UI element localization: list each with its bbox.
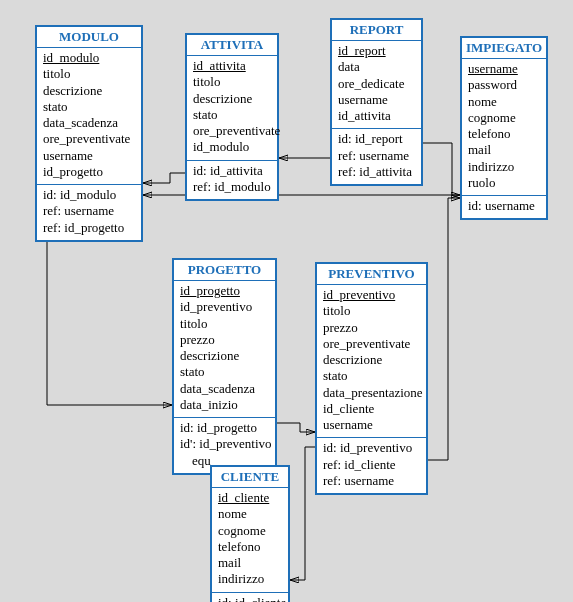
key: id: id_attivita: [193, 163, 271, 179]
entity-title: CLIENTE: [212, 467, 288, 488]
entity-keys: id: id_modulo ref: username ref: id_prog…: [37, 184, 141, 240]
field: ore_preventivate: [323, 336, 420, 352]
field: descrizione: [193, 91, 271, 107]
entity-title: PREVENTIVO: [317, 264, 426, 285]
field: stato: [180, 364, 269, 380]
key: ref: username: [323, 473, 420, 489]
entity-keys: id: id_attivita ref: id_modulo: [187, 160, 277, 200]
field: titolo: [323, 303, 420, 319]
field: mail: [468, 142, 540, 158]
field: indirizzo: [468, 159, 540, 175]
field: descrizione: [180, 348, 269, 364]
entity-modulo: MODULO id_modulo titolo descrizione stat…: [35, 25, 143, 242]
entity-title: MODULO: [37, 27, 141, 48]
field: stato: [323, 368, 420, 384]
entity-fields: id_cliente nome cognome telefono mail in…: [212, 488, 288, 592]
entity-keys: id: id_cliente: [212, 592, 288, 603]
key: ref: id_attivita: [338, 164, 415, 180]
field: username: [338, 92, 415, 108]
field: stato: [193, 107, 271, 123]
entity-progetto: PROGETTO id_progetto id_preventivo titol…: [172, 258, 277, 475]
field: data: [338, 59, 415, 75]
entity-title: REPORT: [332, 20, 421, 41]
field: username: [468, 61, 540, 77]
field: id_modulo: [193, 139, 271, 155]
field: titolo: [193, 74, 271, 90]
key: id': id_preventivo: [180, 436, 269, 452]
field: data_inizio: [180, 397, 269, 413]
entity-title: PROGETTO: [174, 260, 275, 281]
field: ore_preventivate: [193, 123, 271, 139]
entity-attivita: ATTIVITA id_attivita titolo descrizione …: [185, 33, 279, 201]
entity-fields: id_attivita titolo descrizione stato ore…: [187, 56, 277, 160]
entity-keys: id: id_preventivo ref: id_cliente ref: u…: [317, 437, 426, 493]
key: ref: username: [43, 203, 135, 219]
field: indirizzo: [218, 571, 282, 587]
field: data_scadenza: [180, 381, 269, 397]
field: nome: [218, 506, 282, 522]
field: stato: [43, 99, 135, 115]
field: id_report: [338, 43, 415, 59]
field: descrizione: [323, 352, 420, 368]
field: ore_dedicate: [338, 76, 415, 92]
field: ruolo: [468, 175, 540, 191]
field: cognome: [218, 523, 282, 539]
field: titolo: [43, 66, 135, 82]
field: username: [323, 417, 420, 433]
entity-fields: id_report data ore_dedicate username id_…: [332, 41, 421, 128]
field: telefono: [468, 126, 540, 142]
field: ore_preventivate: [43, 131, 135, 147]
key: id: id_progetto: [180, 420, 269, 436]
field: descrizione: [43, 83, 135, 99]
field: prezzo: [323, 320, 420, 336]
entity-fields: username password nome cognome telefono …: [462, 59, 546, 195]
field: id_progetto: [180, 283, 269, 299]
key: id: username: [468, 198, 540, 214]
entity-title: ATTIVITA: [187, 35, 277, 56]
key: id: id_cliente: [218, 595, 282, 603]
field: mail: [218, 555, 282, 571]
field: id_attivita: [193, 58, 271, 74]
entity-fields: id_modulo titolo descrizione stato data_…: [37, 48, 141, 184]
field: titolo: [180, 316, 269, 332]
key: id: id_modulo: [43, 187, 135, 203]
entity-fields: id_preventivo titolo prezzo ore_preventi…: [317, 285, 426, 437]
field: telefono: [218, 539, 282, 555]
key: ref: id_progetto: [43, 220, 135, 236]
field: id_preventivo: [180, 299, 269, 315]
key: id: id_preventivo: [323, 440, 420, 456]
field: id_attivita: [338, 108, 415, 124]
key: ref: id_modulo: [193, 179, 271, 195]
entity-cliente: CLIENTE id_cliente nome cognome telefono…: [210, 465, 290, 602]
field: id_modulo: [43, 50, 135, 66]
entity-report: REPORT id_report data ore_dedicate usern…: [330, 18, 423, 186]
entity-title: IMPIEGATO: [462, 38, 546, 59]
key: ref: id_cliente: [323, 457, 420, 473]
field: prezzo: [180, 332, 269, 348]
entity-keys: id: id_report ref: username ref: id_atti…: [332, 128, 421, 184]
field: data_scadenza: [43, 115, 135, 131]
field: id_cliente: [218, 490, 282, 506]
entity-preventivo: PREVENTIVO id_preventivo titolo prezzo o…: [315, 262, 428, 495]
entity-fields: id_progetto id_preventivo titolo prezzo …: [174, 281, 275, 417]
field: username: [43, 148, 135, 164]
field: cognome: [468, 110, 540, 126]
entity-impiegato: IMPIEGATO username password nome cognome…: [460, 36, 548, 220]
entity-keys: id: username: [462, 195, 546, 218]
field: data_presentazione: [323, 385, 420, 401]
key: id: id_report: [338, 131, 415, 147]
field: nome: [468, 94, 540, 110]
field: id_cliente: [323, 401, 420, 417]
key: ref: username: [338, 148, 415, 164]
field: password: [468, 77, 540, 93]
field: id_progetto: [43, 164, 135, 180]
field: id_preventivo: [323, 287, 420, 303]
